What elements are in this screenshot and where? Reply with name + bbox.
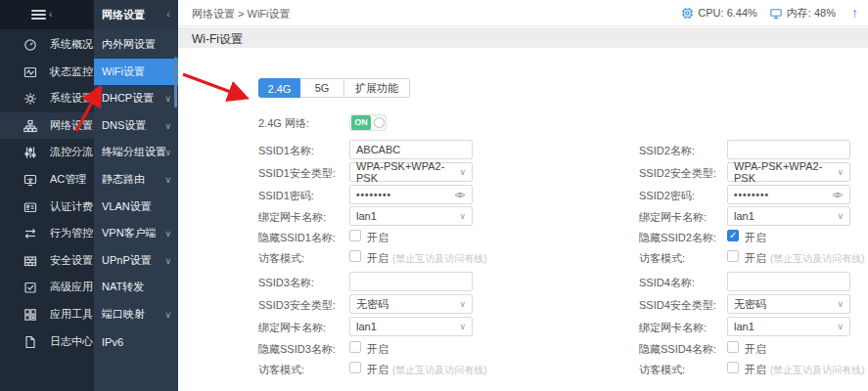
tab-extended[interactable]: 扩展功能 bbox=[344, 79, 409, 97]
hide-ssid4-checkbox[interactable] bbox=[727, 341, 739, 353]
scroll-top-icon[interactable]: ↑ bbox=[851, 5, 858, 21]
field-label: 绑定网卡名称: bbox=[258, 321, 326, 335]
menu-collapse-icon[interactable]: ‹ bbox=[31, 8, 61, 22]
submenu-item-wifi[interactable]: WiFi设置 bbox=[94, 59, 178, 85]
chevron-down-icon: ∨ bbox=[459, 322, 466, 331]
ssid1-password-input[interactable]: •••••••• bbox=[349, 185, 473, 204]
submenu-item-vpn-client[interactable]: VPN客户端∨ bbox=[94, 220, 178, 246]
guest-mode-hint: (禁止互访及访问有线) bbox=[770, 364, 865, 377]
submenu-item-upnp[interactable]: UPnP设置∨ bbox=[94, 247, 178, 274]
field-label: 绑定网卡名称: bbox=[639, 321, 707, 335]
guest-mode-hint: (禁止互访及访问有线) bbox=[392, 364, 487, 377]
ssid4-security-select[interactable]: 无密码∨ bbox=[727, 294, 850, 314]
eye-icon[interactable] bbox=[454, 191, 466, 199]
ssid1-security-select[interactable]: WPA-PSK+WPA2-PSK∨ bbox=[349, 162, 473, 182]
sidebar-item-ac-management[interactable]: AC管理 bbox=[0, 166, 94, 193]
submenu-item-terminal-group[interactable]: 终端分组设置∨ bbox=[94, 139, 178, 165]
section-header: Wi-Fi设置 bbox=[178, 27, 868, 48]
field-label: 访客模式: bbox=[639, 251, 685, 266]
ssid4-name-input[interactable] bbox=[727, 272, 850, 291]
field-label: 访客模式: bbox=[258, 251, 304, 266]
submenu-title: 网络设置 bbox=[102, 8, 145, 22]
checkbox-label: 开启 bbox=[745, 342, 766, 357]
sliders-icon bbox=[23, 146, 37, 159]
submenu-item-dns[interactable]: DNS设置∨ bbox=[94, 112, 178, 139]
field-label: SSID3安全类型: bbox=[258, 298, 336, 313]
field-label: 隐藏SSID4名称: bbox=[639, 342, 716, 357]
sidebar-item-status-monitor[interactable]: 状态监控 bbox=[0, 59, 94, 85]
topbar: 网络设置 > WiFi设置 CPU: 6.44% 内存: 48% ↑ bbox=[178, 0, 868, 26]
chevron-down-icon: ∨ bbox=[837, 167, 844, 177]
ssid2-security-select[interactable]: WPA-PSK+WPA2-PSK∨ bbox=[727, 162, 850, 182]
sidebar-item-flow-control[interactable]: 流控分流 bbox=[0, 139, 94, 165]
field-label: SSID3名称: bbox=[258, 276, 314, 290]
eye-icon[interactable] bbox=[832, 191, 844, 199]
hide-ssid3-checkbox[interactable] bbox=[349, 341, 361, 353]
sidebar-item-security-settings[interactable]: 安全设置 bbox=[0, 247, 94, 274]
guest-mode-1-checkbox[interactable] bbox=[349, 250, 361, 262]
sidebar-item-advanced-apps[interactable]: 高级应用 bbox=[0, 274, 94, 300]
ssid4-nic-select[interactable]: lan1∨ bbox=[727, 317, 850, 336]
field-label: 隐藏SSID2名称: bbox=[639, 231, 716, 245]
checkbox-label: 开启 bbox=[745, 251, 766, 266]
field-label: 绑定网卡名称: bbox=[258, 210, 326, 225]
apps-grid-icon bbox=[23, 308, 37, 322]
hide-ssid2-checkbox[interactable] bbox=[727, 230, 739, 241]
field-label: SSID2密码: bbox=[639, 189, 695, 203]
chevron-down-icon: ∨ bbox=[837, 299, 844, 309]
ssid3-name-input[interactable] bbox=[349, 272, 473, 291]
chevron-left-icon[interactable]: ‹ bbox=[166, 8, 170, 20]
ac-screen-icon bbox=[23, 173, 37, 187]
sidebar-top-strip: ‹ bbox=[0, 0, 94, 29]
sidebar-item-app-tools[interactable]: 应用工具 bbox=[0, 301, 94, 327]
chevron-down-icon: ∨ bbox=[837, 211, 844, 221]
chevron-down-icon: ∨ bbox=[459, 211, 466, 221]
ssid2-nic-select[interactable]: lan1∨ bbox=[727, 206, 850, 226]
submenu-item-vlan[interactable]: VLAN设置 bbox=[94, 194, 178, 220]
chevron-down-icon: ∨ bbox=[459, 299, 466, 309]
submenu-item-static-route[interactable]: 静态路由∨ bbox=[94, 166, 178, 193]
ssid1-name-input[interactable]: ABCABC bbox=[349, 140, 473, 159]
field-label: SSID1安全类型: bbox=[258, 166, 336, 181]
sidebar-item-network-settings[interactable]: 网络设置 bbox=[0, 112, 94, 139]
guest-mode-hint: (禁止互访及访问有线) bbox=[392, 252, 487, 266]
ssid2-password-input[interactable]: •••••••• bbox=[727, 185, 850, 204]
chevron-down-icon: ∨ bbox=[164, 148, 171, 157]
ssid2-name-input[interactable] bbox=[727, 140, 850, 159]
hide-ssid1-checkbox[interactable] bbox=[349, 230, 361, 241]
tab-5g[interactable]: 5G bbox=[300, 79, 344, 97]
sidebar-item-auth-billing[interactable]: 认证计费 bbox=[0, 194, 94, 220]
red-arrow-to-24g-tab bbox=[183, 74, 244, 97]
chevron-down-icon: ∨ bbox=[459, 167, 466, 177]
guest-mode-4-checkbox[interactable] bbox=[727, 362, 739, 373]
submenu-item-port-mapping[interactable]: 端口映射∨ bbox=[94, 301, 178, 327]
sidebar-item-system-settings[interactable]: 系统设置 bbox=[0, 85, 94, 111]
chevron-down-icon: ∨ bbox=[164, 94, 171, 104]
submenu-scrollbar-thumb[interactable] bbox=[174, 57, 177, 108]
checkbox-label: 开启 bbox=[367, 342, 388, 357]
wifi-24g-toggle[interactable]: ON bbox=[349, 114, 387, 131]
submenu-item-wan-lan[interactable]: 内外网设置 bbox=[94, 31, 178, 58]
field-label: 绑定网卡名称: bbox=[639, 210, 707, 225]
tab-24g[interactable]: 2.4G bbox=[258, 78, 300, 98]
guest-mode-2-checkbox[interactable] bbox=[727, 250, 739, 262]
monitor-wave-icon bbox=[23, 65, 37, 79]
submenu-item-nat[interactable]: NAT转发 bbox=[94, 274, 178, 300]
cpu-chip-icon bbox=[681, 7, 694, 20]
submenu-item-ipv6[interactable]: IPv6 bbox=[94, 328, 178, 355]
cpu-usage: CPU: 6.44% bbox=[698, 7, 757, 19]
ssid1-nic-select[interactable]: lan1∨ bbox=[349, 206, 473, 226]
field-label: 隐藏SSID1名称: bbox=[258, 231, 336, 245]
sidebar-item-system-overview[interactable]: 系统概况 bbox=[0, 31, 94, 58]
chevron-down-icon: ∨ bbox=[164, 175, 171, 185]
system-stats: CPU: 6.44% 内存: 48% ↑ bbox=[681, 5, 858, 21]
band-tabs: 2.4G 5G 扩展功能 bbox=[258, 78, 410, 98]
ssid3-security-select[interactable]: 无密码∨ bbox=[349, 294, 473, 314]
chevron-down-icon: ∨ bbox=[164, 310, 171, 320]
guest-mode-3-checkbox[interactable] bbox=[349, 362, 361, 373]
sidebar-item-behavior-control[interactable]: 行为管控 bbox=[0, 220, 94, 246]
field-label: SSID2名称: bbox=[639, 144, 695, 158]
ssid3-nic-select[interactable]: lan1∨ bbox=[349, 317, 473, 336]
sidebar-item-log-center[interactable]: 日志中心 bbox=[0, 328, 94, 355]
submenu-item-dhcp[interactable]: DHCP设置∨ bbox=[94, 85, 178, 111]
